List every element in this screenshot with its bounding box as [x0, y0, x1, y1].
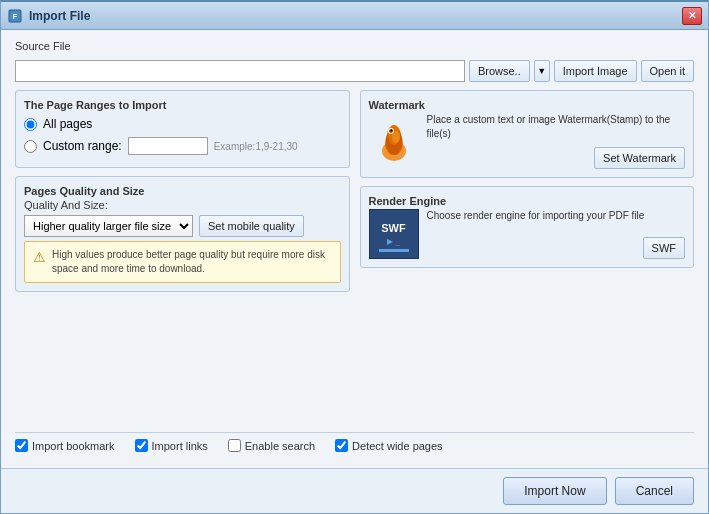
import-bookmark-checkbox-item[interactable]: Import bookmark	[15, 439, 115, 452]
svg-point-10	[392, 131, 400, 143]
watermark-info: Place a custom text or image Watermark(S…	[427, 113, 686, 169]
bottom-bar: Import Now Cancel	[1, 468, 708, 513]
left-column: The Page Ranges to Import All pages Cust…	[15, 90, 350, 424]
page-ranges-title: The Page Ranges to Import	[24, 99, 341, 111]
warning-text: High values produce better page quality …	[52, 248, 332, 276]
source-file-section: Source File Browse.. ▼ Import Image Open…	[15, 40, 694, 82]
radio-group: All pages Custom range: Example:1,9-21,3…	[24, 113, 341, 159]
render-logo: SWF ▶ _	[369, 209, 419, 259]
custom-range-input[interactable]	[128, 137, 208, 155]
page-ranges-panel: The Page Ranges to Import All pages Cust…	[15, 90, 350, 168]
import-links-label: Import links	[152, 440, 208, 452]
detect-wide-checkbox[interactable]	[335, 439, 348, 452]
watermark-panel: Watermark	[360, 90, 695, 178]
svg-text:F: F	[13, 12, 18, 21]
import-now-button[interactable]: Import Now	[503, 477, 606, 505]
watermark-logo	[369, 113, 419, 163]
main-content: Source File Browse.. ▼ Import Image Open…	[1, 30, 708, 468]
watermark-title: Watermark	[369, 99, 686, 111]
quality-select[interactable]: Higher quality larger file size	[24, 215, 193, 237]
checkboxes-row: Import bookmark Import links Enable sear…	[15, 432, 694, 458]
browse-dropdown-arrow[interactable]: ▼	[534, 60, 550, 82]
all-pages-label: All pages	[43, 117, 92, 131]
enable-search-checkbox-item[interactable]: Enable search	[228, 439, 315, 452]
render-engine-title: Render Engine	[369, 195, 686, 207]
render-engine-panel: Render Engine SWF ▶ _ Choose render engi…	[360, 186, 695, 268]
range-hint: Example:1,9-21,30	[214, 141, 298, 152]
middle-row: The Page Ranges to Import All pages Cust…	[15, 90, 694, 424]
all-pages-radio[interactable]	[24, 118, 37, 131]
quality-row: Higher quality larger file size Set mobi…	[24, 215, 341, 237]
main-window: F Import File ✕ Source File Browse.. ▼ I…	[0, 0, 709, 514]
all-pages-row: All pages	[24, 117, 341, 131]
import-bookmark-label: Import bookmark	[32, 440, 115, 452]
quality-section: Pages Quality and Size Quality And Size:…	[15, 176, 350, 292]
enable-search-checkbox[interactable]	[228, 439, 241, 452]
custom-range-row: Custom range: Example:1,9-21,30	[24, 137, 341, 155]
watermark-desc: Place a custom text or image Watermark(S…	[427, 113, 686, 141]
import-image-button[interactable]: Import Image	[554, 60, 637, 82]
window-title: Import File	[29, 9, 682, 23]
close-button[interactable]: ✕	[682, 7, 702, 25]
quality-subtitle: Quality And Size:	[24, 199, 341, 211]
title-bar: F Import File ✕	[1, 2, 708, 30]
detect-wide-label: Detect wide pages	[352, 440, 443, 452]
render-desc: Choose render engine for importing your …	[427, 209, 686, 223]
set-mobile-quality-button[interactable]: Set mobile quality	[199, 215, 304, 237]
warning-icon: ⚠	[33, 249, 46, 265]
window-icon: F	[7, 8, 23, 24]
warning-box: ⚠ High values produce better page qualit…	[24, 241, 341, 283]
right-column: Watermark	[360, 90, 695, 424]
quality-title: Pages Quality and Size	[24, 185, 341, 197]
watermark-content: Place a custom text or image Watermark(S…	[369, 113, 686, 169]
detect-wide-checkbox-item[interactable]: Detect wide pages	[335, 439, 443, 452]
set-watermark-button[interactable]: Set Watermark	[594, 147, 685, 169]
source-file-row: Browse.. ▼ Import Image Open it	[15, 60, 694, 82]
custom-range-label: Custom range:	[43, 139, 122, 153]
custom-range-radio[interactable]	[24, 140, 37, 153]
source-file-label: Source File	[15, 40, 694, 52]
svg-point-9	[390, 130, 392, 132]
render-info: Choose render engine for importing your …	[427, 209, 686, 259]
swf-button[interactable]: SWF	[643, 237, 685, 259]
enable-search-label: Enable search	[245, 440, 315, 452]
render-content: SWF ▶ _ Choose render engine for importi…	[369, 209, 686, 259]
import-links-checkbox[interactable]	[135, 439, 148, 452]
import-links-checkbox-item[interactable]: Import links	[135, 439, 208, 452]
source-file-input[interactable]	[15, 60, 465, 82]
browse-button[interactable]: Browse..	[469, 60, 530, 82]
open-it-button[interactable]: Open it	[641, 60, 694, 82]
cancel-button[interactable]: Cancel	[615, 477, 694, 505]
import-bookmark-checkbox[interactable]	[15, 439, 28, 452]
